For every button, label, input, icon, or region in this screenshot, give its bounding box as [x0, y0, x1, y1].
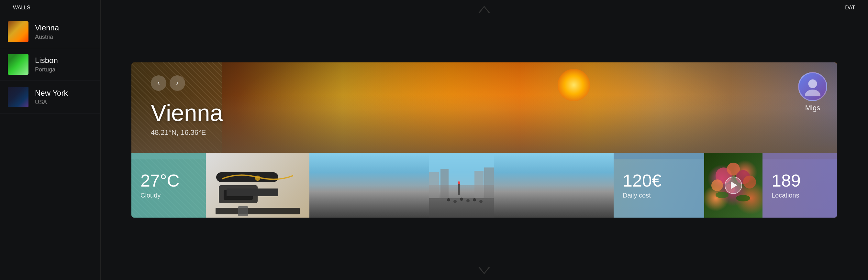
lisbon-thumbnail — [8, 54, 29, 75]
sidebar-item-lisbon[interactable]: Lisbon Portugal — [0, 48, 100, 81]
user-name-label: Migs — [805, 104, 820, 112]
sidebar: Vienna Austria Lisbon Portugal New York … — [0, 0, 100, 280]
weather-description: Cloudy — [141, 192, 197, 199]
fashion-decor-svg — [206, 153, 309, 218]
street-photo-card — [309, 153, 614, 218]
svg-point-28 — [736, 195, 750, 202]
svg-point-20 — [458, 181, 460, 184]
play-icon — [731, 181, 737, 189]
vienna-country-label: Austria — [35, 34, 59, 40]
temperature-value: 27°C — [141, 172, 197, 189]
street-crowd-overlay — [309, 185, 614, 218]
user-avatar-area: Migs — [798, 72, 827, 112]
weather-card: 27°C Cloudy — [131, 153, 206, 218]
hero-city-name: Vienna — [151, 101, 223, 125]
svg-point-27 — [716, 192, 728, 198]
prev-icon: ‹ — [157, 79, 160, 87]
cost-label: Daily cost — [623, 192, 695, 199]
cost-card: 120€ Daily cost — [614, 153, 704, 218]
newyork-city-label: New York — [35, 89, 68, 98]
svg-point-25 — [743, 176, 756, 188]
chevron-down-icon[interactable] — [478, 267, 490, 274]
nav-arrows: ‹ › — [151, 75, 185, 91]
lisbon-country-label: Portugal — [35, 66, 58, 73]
hero-coordinates: 48.21°N, 16.36°E — [151, 128, 223, 137]
main-content: ‹ › Vienna 48.21°N, 16.36°E Migs — [100, 0, 868, 280]
vienna-thumbnail — [8, 21, 29, 42]
vienna-city-label: Vienna — [35, 23, 59, 32]
svg-point-24 — [711, 179, 723, 191]
fashion-photo-image — [206, 153, 309, 218]
cards-row: 27°C Cloudy — [131, 153, 837, 218]
play-button[interactable] — [725, 177, 742, 194]
svg-rect-6 — [238, 206, 248, 216]
lisbon-city-label: Lisbon — [35, 56, 58, 65]
svg-rect-5 — [216, 208, 300, 214]
person-icon — [803, 77, 823, 96]
nav-prev-button[interactable]: ‹ — [151, 75, 166, 91]
fashion-photo-card — [206, 153, 309, 218]
svg-point-1 — [805, 90, 820, 96]
flowers-photo-card — [704, 153, 763, 218]
sidebar-item-vienna[interactable]: Vienna Austria — [0, 15, 100, 48]
newyork-thumbnail — [8, 86, 29, 107]
dat-label: DAT — [845, 5, 855, 11]
next-icon: › — [176, 79, 178, 87]
hero-info: Vienna 48.21°N, 16.36°E — [131, 62, 242, 137]
newyork-country-label: USA — [35, 99, 68, 106]
svg-rect-4 — [224, 190, 253, 200]
sidebar-item-newyork[interactable]: New York USA — [0, 81, 100, 113]
cost-value: 120€ — [623, 172, 695, 189]
svg-point-2 — [255, 176, 260, 181]
svg-point-0 — [808, 79, 817, 88]
locations-card: 189 Locations — [763, 153, 837, 218]
locations-label: Locations — [772, 192, 828, 199]
nav-next-button[interactable]: › — [169, 75, 185, 91]
user-avatar[interactable] — [798, 72, 827, 101]
locations-value: 189 — [772, 172, 828, 189]
walls-label: WALLS — [13, 5, 30, 11]
hero-card: ‹ › Vienna 48.21°N, 16.36°E Migs — [131, 62, 837, 218]
